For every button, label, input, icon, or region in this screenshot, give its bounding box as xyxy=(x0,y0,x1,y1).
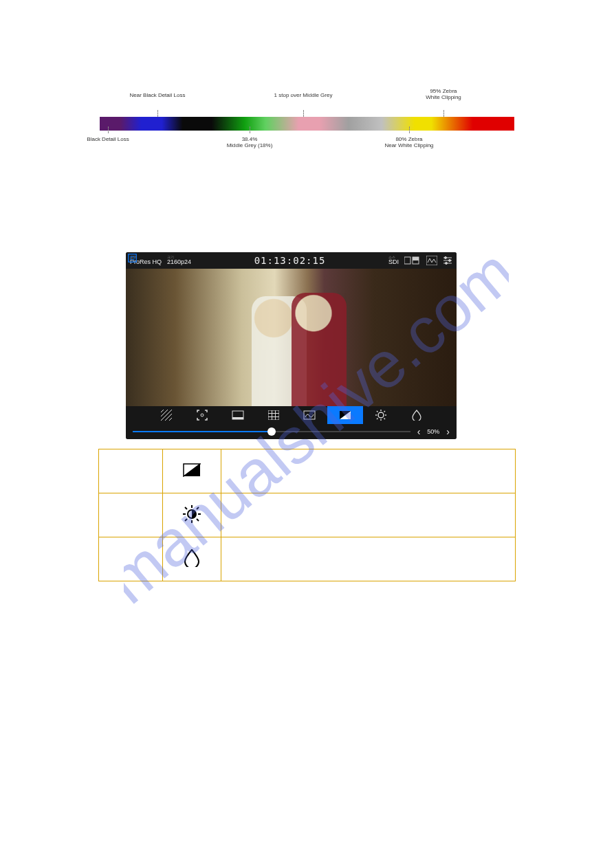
svg-point-18 xyxy=(201,414,204,416)
person-groom xyxy=(292,293,347,406)
svg-rect-1 xyxy=(129,254,136,262)
svg-point-27 xyxy=(378,412,384,418)
svg-line-41 xyxy=(185,507,187,509)
gradient-bar xyxy=(100,117,514,131)
src-value: SDI xyxy=(388,259,399,265)
svg-rect-6 xyxy=(426,256,437,265)
toolbar xyxy=(126,406,457,424)
label-zebra80: 80% Zebra Near White Clipping xyxy=(368,136,450,148)
tool-zebra-button[interactable] xyxy=(327,406,363,424)
tool-frame-button[interactable] xyxy=(220,406,256,424)
tick xyxy=(108,126,109,133)
svg-line-32 xyxy=(377,411,378,412)
res-value: 2160p24 xyxy=(167,259,191,265)
svg-rect-20 xyxy=(232,417,243,419)
svg-point-12 xyxy=(446,263,448,265)
label-black-loss: Black Detail Loss xyxy=(67,136,149,142)
monitor-screenshot: 코덱ProRes HQ 크기2160p24 01:13:02:15 소스SDI … xyxy=(126,252,457,439)
svg-line-43 xyxy=(185,519,187,521)
slider-row: ‹ 50% › xyxy=(126,424,457,439)
tick xyxy=(409,126,410,133)
table-row xyxy=(99,493,516,537)
label-one-stop: 1 stop over Middle Grey xyxy=(262,92,344,98)
tool-drop-button[interactable] xyxy=(399,406,435,424)
settings-icon xyxy=(443,256,452,265)
chevron-left-icon[interactable]: ‹ xyxy=(417,426,421,437)
svg-line-17 xyxy=(169,418,172,421)
svg-line-16 xyxy=(165,414,172,421)
chevron-right-icon[interactable]: › xyxy=(446,426,450,437)
label-near-black: Near Black Detail Loss xyxy=(116,92,199,98)
zebra-icon xyxy=(183,463,201,477)
tool-hatch-button[interactable] xyxy=(149,406,184,424)
waveform-icon xyxy=(426,256,437,265)
slider-value: 50% xyxy=(427,428,439,435)
svg-line-44 xyxy=(197,507,199,509)
zebra-slider[interactable] xyxy=(133,431,410,432)
icon-table xyxy=(98,449,516,581)
brightness-icon xyxy=(183,505,201,523)
svg-point-11 xyxy=(449,260,451,262)
label-zebra95: 95% Zebra White Clipping xyxy=(402,88,485,100)
tool-focus-button[interactable] xyxy=(184,406,220,424)
tick xyxy=(303,110,305,117)
timecode: 01:13:02:15 xyxy=(197,255,383,266)
drop-icon-cell xyxy=(163,537,221,581)
media-icon xyxy=(404,256,421,265)
brightness-icon-cell xyxy=(163,493,221,537)
svg-line-42 xyxy=(197,519,199,521)
svg-rect-21 xyxy=(268,410,279,420)
table-row xyxy=(99,537,516,581)
svg-line-35 xyxy=(384,411,385,412)
preview-image xyxy=(126,269,457,406)
tool-grid-button[interactable] xyxy=(256,406,292,424)
svg-rect-5 xyxy=(413,257,419,260)
tool-brightness-button[interactable] xyxy=(363,406,399,424)
drop-icon xyxy=(184,549,199,567)
table-row xyxy=(99,449,516,493)
svg-rect-2 xyxy=(131,256,134,260)
svg-line-14 xyxy=(161,410,168,416)
tick xyxy=(157,110,159,117)
svg-line-33 xyxy=(384,419,385,420)
tool-falsecolor-button[interactable] xyxy=(292,406,327,424)
svg-rect-3 xyxy=(404,257,410,264)
focus-icon xyxy=(128,254,137,263)
status-bar: 코덱ProRes HQ 크기2160p24 01:13:02:15 소스SDI xyxy=(126,252,457,269)
svg-line-34 xyxy=(377,419,378,420)
tick xyxy=(250,126,251,133)
tick xyxy=(443,110,445,117)
svg-point-10 xyxy=(445,257,447,259)
zebra-icon-cell xyxy=(163,449,221,493)
svg-line-13 xyxy=(161,410,164,412)
color-diagram: Near Black Detail Loss 1 stop over Middl… xyxy=(100,89,514,162)
label-middle-grey: 38.4% Middle Grey (18%) xyxy=(208,136,291,148)
